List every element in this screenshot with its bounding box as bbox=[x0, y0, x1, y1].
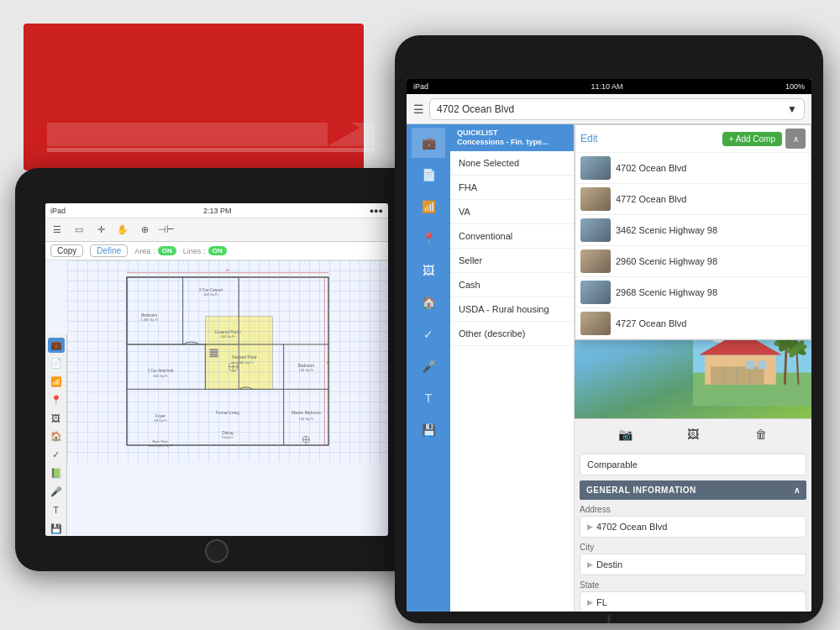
panel-check-icon[interactable]: ✓ bbox=[412, 319, 445, 349]
panel-image-icon[interactable]: 🖼 bbox=[412, 255, 445, 286]
city-group: City ▶ Destin bbox=[580, 543, 806, 575]
quicklist-item-fha[interactable]: FHA bbox=[450, 176, 574, 200]
svg-rect-30 bbox=[210, 354, 218, 355]
svg-rect-29 bbox=[210, 351, 218, 353]
left-time: 2:13 PM bbox=[203, 207, 232, 215]
collapse-dropdown-button[interactable]: ∧ bbox=[785, 129, 806, 149]
city-label: City bbox=[580, 543, 806, 552]
comp-address-5: 2968 Scenic Highway 98 bbox=[616, 287, 717, 297]
sidebar-check-icon[interactable]: ✓ bbox=[48, 448, 65, 463]
right-hamburger-icon[interactable]: ☰ bbox=[413, 102, 424, 116]
sidebar-pin-icon[interactable]: 📍 bbox=[48, 392, 65, 407]
comp-item-1[interactable]: 4702 Ocean Blvd bbox=[575, 153, 811, 184]
sidebar-home-icon[interactable]: 🏠 bbox=[48, 429, 65, 444]
panel-home-icon[interactable]: 🏠 bbox=[412, 287, 445, 318]
area-toggle[interactable]: ON bbox=[158, 246, 176, 255]
form-area: Comparable GENERAL INFORMATION ∧ Address… bbox=[575, 449, 811, 612]
svg-point-32 bbox=[228, 362, 238, 371]
address-dropdown[interactable]: 4702 Ocean Blvd ▼ bbox=[429, 98, 805, 120]
select-tool-icon[interactable]: ▭ bbox=[71, 222, 87, 239]
state-label: State bbox=[580, 580, 806, 590]
panel-text-icon[interactable]: T bbox=[412, 383, 445, 413]
hamburger-icon[interactable]: ☰ bbox=[49, 222, 66, 239]
gallery-button[interactable]: 🖼 bbox=[681, 423, 705, 446]
measure-tool-icon[interactable]: ⊣⊢ bbox=[158, 222, 175, 239]
svg-rect-52 bbox=[738, 367, 764, 385]
lines-toggle[interactable]: ON bbox=[208, 246, 227, 255]
sidebar-save-icon[interactable]: 💾 bbox=[48, 521, 65, 536]
svg-rect-51 bbox=[711, 367, 738, 385]
svg-text:120 Sq Ft: 120 Sq Ft bbox=[299, 368, 314, 372]
address-input[interactable]: ▶ 4702 Ocean Blvd bbox=[580, 516, 806, 538]
right-ipad: iPad 11:10 AM 100% ☰ 4702 Ocean Blvd ▼ 💼… bbox=[395, 35, 823, 623]
left-carrier: iPad bbox=[50, 207, 66, 215]
svg-text:Back Patio: Back Patio bbox=[152, 439, 169, 444]
comparable-badge: Comparable bbox=[580, 454, 806, 475]
svg-rect-28 bbox=[210, 349, 218, 350]
sidebar-text-icon[interactable]: T bbox=[48, 502, 65, 517]
quicklist-item-va[interactable]: VA bbox=[450, 200, 574, 224]
address-group: Address ▶ 4702 Ocean Blvd bbox=[580, 505, 806, 538]
address-input-value: 4702 Ocean Blvd bbox=[596, 522, 667, 532]
state-input[interactable]: ▶ FL bbox=[580, 591, 806, 612]
comp-item-4[interactable]: 2960 Scenic Highway 98 bbox=[575, 246, 811, 277]
panel-briefcase-icon[interactable]: 💼 bbox=[412, 128, 445, 158]
left-sidebar: 💼 📄 📶 📍 🖼 🏠 ✓ 📗 🎤 T 💾 bbox=[45, 334, 67, 536]
comp-item-5[interactable]: 2968 Scenic Highway 98 bbox=[575, 277, 811, 308]
delete-photo-button[interactable]: 🗑 bbox=[749, 423, 773, 446]
right-content-area: 💼 📄 📶 📍 🖼 🏠 ✓ 🎤 T 💾 QUICKLIST Concession… bbox=[407, 124, 811, 612]
quicklist-item-seller[interactable]: Seller bbox=[450, 249, 574, 273]
address-value: 4702 Ocean Blvd bbox=[437, 103, 514, 115]
copy-button[interactable]: Copy bbox=[50, 244, 83, 257]
panel-mic-icon[interactable]: 🎤 bbox=[412, 351, 445, 381]
svg-text:14': 14' bbox=[326, 360, 330, 365]
panel-pin-icon[interactable]: 📍 bbox=[412, 223, 445, 254]
sidebar-mic-icon[interactable]: 🎤 bbox=[48, 485, 65, 500]
city-input[interactable]: ▶ Destin bbox=[580, 554, 806, 575]
sidebar-briefcase-icon[interactable]: 💼 bbox=[48, 338, 65, 353]
quicklist-item-other[interactable]: Other (describe) bbox=[450, 322, 574, 346]
comp-item-6[interactable]: 4727 Ocean Blvd bbox=[575, 308, 811, 339]
quicklist-header: QUICKLIST Concessions - Fin. type... bbox=[450, 124, 574, 151]
sidebar-wifi-icon[interactable]: 📶 bbox=[48, 375, 65, 390]
quicklist-item-cash[interactable]: Cash bbox=[450, 273, 574, 297]
address-label: Address bbox=[580, 505, 806, 514]
panel-save-icon[interactable]: 💾 bbox=[412, 415, 445, 445]
edit-button[interactable]: Edit bbox=[580, 133, 719, 144]
svg-text:340 Sq Ft: 340 Sq Ft bbox=[203, 292, 218, 297]
right-battery: 100% bbox=[785, 82, 805, 91]
svg-text:Second Floor: Second Floor bbox=[232, 354, 257, 360]
sidebar-image-icon[interactable]: 🖼 bbox=[48, 411, 65, 426]
quicklist-item-usda[interactable]: USDA - Rural housing bbox=[450, 297, 574, 322]
panel-wifi-icon[interactable]: 📶 bbox=[412, 192, 445, 222]
hand-tool-icon[interactable]: ✋ bbox=[114, 222, 131, 239]
section-header[interactable]: GENERAL INFORMATION ∧ bbox=[580, 480, 806, 500]
svg-text:Bedroom: Bedroom bbox=[141, 313, 157, 318]
add-comp-button[interactable]: + Add Comp bbox=[722, 132, 782, 146]
right-main-panel: Edit + Add Comp ∧ 4702 Ocean Blvd 4772 O… bbox=[575, 124, 811, 612]
panel-doc-icon[interactable]: 📄 bbox=[412, 160, 445, 190]
comp-item-3[interactable]: 3462 Scenic Highway 98 bbox=[575, 215, 811, 246]
quicklist-item-none[interactable]: None Selected bbox=[450, 151, 574, 176]
move-tool-icon[interactable]: ✛ bbox=[92, 222, 109, 239]
camera-button[interactable]: 📷 bbox=[613, 423, 637, 446]
svg-text:Dining: Dining bbox=[222, 431, 234, 435]
left-ipad: iPad 2:13 PM ●●● ☰ ▭ ✛ ✋ ⊕ ⊣⊢ Copy Defin… bbox=[15, 168, 418, 571]
floor-plan-canvas[interactable]: Bedroom 1,300 Sq Ft 2 Car Carport 340 Sq… bbox=[67, 260, 388, 536]
svg-text:Master Bedroom: Master Bedroom bbox=[291, 411, 321, 415]
sidebar-book-icon[interactable]: 📗 bbox=[48, 466, 65, 481]
quicklist-title: QUICKLIST bbox=[457, 129, 567, 138]
comp-thumb-1 bbox=[580, 156, 611, 180]
define-button[interactable]: Define bbox=[90, 244, 128, 257]
comp-item-2[interactable]: 4772 Ocean Blvd bbox=[575, 184, 811, 215]
scale-tool-icon[interactable]: ⊕ bbox=[136, 222, 153, 239]
left-ipad-screen: iPad 2:13 PM ●●● ☰ ▭ ✛ ✋ ⊕ ⊣⊢ Copy Defin… bbox=[45, 203, 388, 536]
area-label: Area bbox=[134, 247, 150, 255]
quicklist-item-conventional[interactable]: Conventional bbox=[450, 224, 574, 249]
comp-thumb-4 bbox=[580, 249, 611, 273]
state-group: State ▶ FL bbox=[580, 580, 806, 612]
sidebar-doc-icon[interactable]: 📄 bbox=[48, 356, 65, 371]
right-ipad-home-bar[interactable] bbox=[608, 615, 611, 623]
city-input-icon: ▶ bbox=[587, 560, 593, 569]
left-ipad-home-button[interactable] bbox=[205, 539, 228, 563]
